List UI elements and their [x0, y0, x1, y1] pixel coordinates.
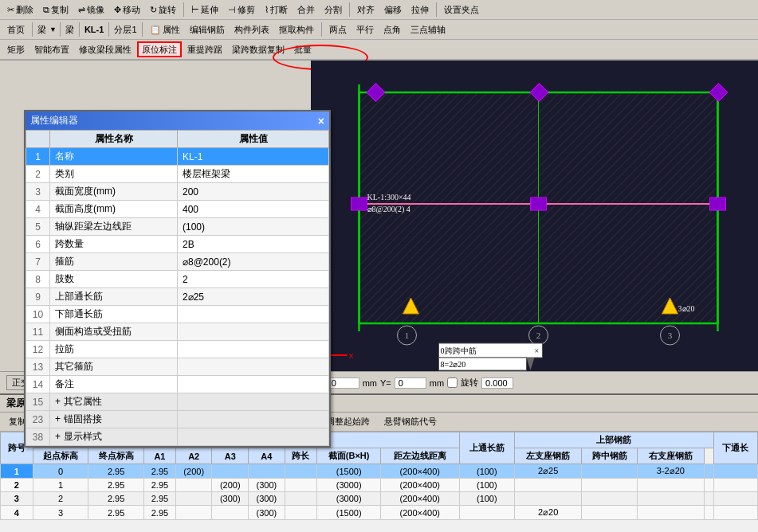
table-cell[interactable]: (1500) — [317, 506, 381, 520]
table-cell[interactable]: 2.95 — [143, 479, 175, 492]
parallel-btn[interactable]: 平行 — [352, 22, 378, 37]
table-cell[interactable] — [704, 464, 713, 479]
table-cell[interactable]: 2 — [33, 492, 88, 506]
table-cell[interactable]: 2.95 — [88, 479, 144, 492]
offset-btn[interactable]: 偏移 — [380, 2, 406, 18]
dialog-close-btn[interactable]: × — [318, 115, 324, 127]
table-cell[interactable] — [582, 492, 638, 506]
table-cell[interactable]: (300) — [249, 506, 285, 520]
merge-btn[interactable]: 合并 — [293, 2, 319, 18]
table-cell[interactable]: (300) — [249, 492, 285, 506]
table-row[interactable]: 432.952.95(300)(1500)(200×400)2⌀20 — [1, 506, 758, 520]
table-cell[interactable] — [285, 506, 317, 520]
table-cell[interactable]: 2.95 — [143, 464, 175, 479]
prop-row-value[interactable]: KL-1 — [178, 148, 329, 166]
table-cell[interactable] — [713, 479, 757, 492]
setpoint-btn[interactable]: 设置夹点 — [440, 2, 483, 18]
table-cell[interactable]: 1 — [33, 479, 88, 492]
smart-layout-btn[interactable]: 智能布置 — [30, 41, 73, 57]
table-cell[interactable] — [713, 506, 757, 520]
in-situ-label-btn[interactable]: 原位标注 — [137, 41, 182, 57]
table-cell[interactable] — [515, 479, 582, 492]
table-cell[interactable]: 2⌀20 — [515, 506, 582, 520]
batch-btn[interactable]: 批量 — [290, 41, 316, 57]
table-cell[interactable]: (200) — [212, 479, 249, 492]
table-cell[interactable] — [582, 464, 638, 479]
table-cell[interactable]: (300) — [212, 492, 249, 506]
cantilever-rebar-btn[interactable]: 悬臂钢筋代号 — [379, 414, 442, 429]
table-cell[interactable] — [175, 492, 212, 506]
table-cell[interactable]: (200×400) — [380, 506, 459, 520]
table-cell[interactable]: 3 — [33, 506, 88, 520]
copy-btn[interactable]: ⧉ 复制 — [39, 2, 73, 18]
point-angle-btn[interactable]: 点角 — [379, 22, 405, 37]
rotate-btn[interactable]: ↻ 旋转 — [146, 2, 180, 18]
table-cell[interactable] — [704, 479, 713, 492]
table-cell[interactable] — [582, 479, 638, 492]
split-btn[interactable]: 分割 — [320, 2, 346, 18]
rect-btn[interactable]: 矩形 — [3, 41, 29, 57]
table-cell[interactable]: (100) — [459, 492, 515, 506]
mirror-btn[interactable]: ⇌ 镜像 — [74, 2, 108, 18]
table-cell[interactable]: (100) — [459, 479, 515, 492]
edit-rebar-btn[interactable]: 编辑钢筋 — [186, 22, 229, 37]
table-cell[interactable]: 2.95 — [88, 464, 144, 479]
table-cell[interactable] — [582, 506, 638, 520]
table-cell[interactable] — [713, 464, 757, 479]
break-btn[interactable]: ⌇ 打断 — [261, 2, 292, 18]
property-btn[interactable]: 📋 属性 — [146, 22, 184, 37]
three-point-btn[interactable]: 三点辅轴 — [406, 22, 450, 37]
table-cell[interactable]: (200) — [175, 464, 212, 479]
prop-group-icon[interactable]: + — [55, 413, 61, 424]
table-cell[interactable] — [515, 492, 582, 506]
table-cell[interactable]: (200×400) — [380, 492, 459, 506]
table-row[interactable]: 102.952.95(200)(1500)(200×400)(100)2⌀253… — [1, 464, 758, 479]
table-cell[interactable]: 3-2⌀20 — [637, 464, 704, 479]
table-cell[interactable] — [285, 492, 317, 506]
table-cell[interactable]: 2.95 — [88, 506, 144, 520]
two-point-btn[interactable]: 两点 — [325, 22, 351, 37]
table-cell[interactable] — [704, 492, 713, 506]
table-cell[interactable]: 0 — [33, 464, 88, 479]
extend-btn[interactable]: ⊢ 延伸 — [187, 2, 222, 18]
rotate-checkbox[interactable] — [447, 377, 458, 388]
table-cell[interactable] — [637, 506, 704, 520]
table-cell[interactable] — [713, 492, 757, 506]
stretch-btn[interactable]: 拉伸 — [407, 2, 433, 18]
table-cell[interactable] — [459, 506, 515, 520]
table-cell[interactable]: (100) — [459, 464, 515, 479]
table-cell[interactable]: 2.95 — [88, 492, 144, 506]
home-tab[interactable]: 首页 — [3, 22, 29, 37]
table-cell[interactable]: 2.95 — [143, 506, 175, 520]
delete-btn[interactable]: ✂ 删除 — [3, 2, 37, 18]
prop-group-icon[interactable]: + — [55, 431, 61, 442]
table-cell[interactable] — [212, 464, 249, 479]
move-btn[interactable]: ✥ 移动 — [110, 2, 144, 18]
table-cell[interactable]: 2⌀25 — [515, 464, 582, 479]
table-cell[interactable] — [175, 479, 212, 492]
table-cell[interactable] — [285, 464, 317, 479]
table-cell[interactable] — [212, 506, 249, 520]
table-cell[interactable]: (1500) — [317, 464, 381, 479]
table-cell[interactable] — [285, 479, 317, 492]
table-cell[interactable]: 2.95 — [143, 492, 175, 506]
table-cell[interactable] — [249, 464, 285, 479]
table-cell[interactable] — [704, 506, 713, 520]
copy-span-data-btn[interactable]: 梁跨数据复制 — [228, 41, 289, 57]
re-extract-span-btn[interactable]: 重提跨踞 — [183, 41, 226, 57]
modify-span-btn[interactable]: 修改梁段属性 — [75, 41, 135, 57]
prop-group-icon[interactable]: + — [55, 396, 61, 407]
table-cell[interactable]: (3000) — [317, 479, 381, 492]
extract-member-btn[interactable]: 抠取构件 — [275, 22, 318, 37]
table-row[interactable]: 212.952.95(200)(300)(3000)(200×400)(100) — [1, 479, 758, 492]
trim-btn[interactable]: ⊣ 修剪 — [224, 2, 259, 18]
table-cell[interactable]: (300) — [249, 479, 285, 492]
table-cell[interactable]: (200×400) — [380, 479, 459, 492]
table-cell[interactable] — [637, 479, 704, 492]
table-cell[interactable]: (200×400) — [380, 464, 459, 479]
member-list-btn[interactable]: 构件列表 — [230, 22, 273, 37]
table-cell[interactable]: (3000) — [317, 492, 381, 506]
table-row[interactable]: 322.952.95(300)(300)(3000)(200×400)(100) — [1, 492, 758, 506]
table-cell[interactable] — [175, 506, 212, 520]
table-cell[interactable] — [637, 492, 704, 506]
